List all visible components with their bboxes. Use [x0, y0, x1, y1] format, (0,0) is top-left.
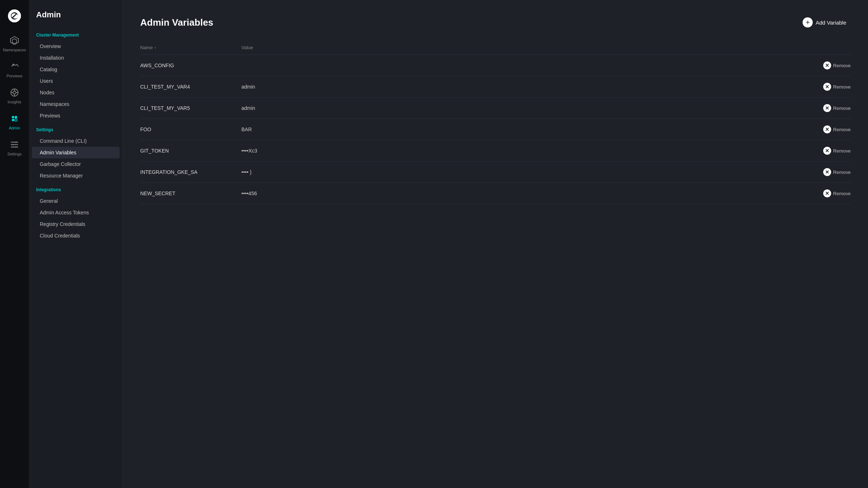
table-row: AWS_CONFIG ✕ Remove [140, 55, 851, 76]
remove-button[interactable]: ✕ Remove [823, 104, 851, 112]
add-variable-button[interactable]: + Add Variable [798, 14, 851, 30]
table-row: FOO BAR ✕ Remove [140, 119, 851, 140]
namespaces-icon [9, 35, 20, 46]
admin-icon [9, 113, 20, 124]
remove-button[interactable]: ✕ Remove [823, 189, 851, 197]
cell-name: AWS_CONFIG [140, 63, 241, 68]
nav-item-admin-access-tokens[interactable]: Admin Access Tokens [29, 207, 123, 218]
svg-point-12 [12, 119, 14, 121]
table-row: GIT_TOKEN ••••Xc3 ✕ Remove [140, 140, 851, 162]
table-body: AWS_CONFIG ✕ Remove CLI_TEST_MY_VAR4 adm… [140, 55, 851, 204]
cell-value: admin [241, 105, 793, 111]
cell-actions: ✕ Remove [793, 147, 851, 155]
col-header-actions [793, 45, 851, 50]
table-row: INTEGRATION_GKE_SA •••• } ✕ Remove [140, 162, 851, 183]
remove-icon: ✕ [823, 61, 831, 69]
nav-item-admin-variables[interactable]: Admin Variables [32, 147, 120, 158]
remove-label: Remove [833, 84, 851, 90]
remove-label: Remove [833, 106, 851, 111]
remove-label: Remove [833, 63, 851, 68]
cell-actions: ✕ Remove [793, 125, 851, 133]
cell-name: NEW_SECRET [140, 191, 241, 196]
remove-button[interactable]: ✕ Remove [823, 125, 851, 133]
cell-actions: ✕ Remove [793, 168, 851, 176]
cell-name: FOO [140, 127, 241, 132]
remove-button[interactable]: ✕ Remove [823, 168, 851, 176]
svg-point-11 [15, 116, 17, 119]
sidebar-item-namespaces-label: Namespaces [3, 48, 26, 52]
svg-point-19 [12, 146, 14, 148]
nav-item-cli[interactable]: Command Line (CLI) [29, 135, 123, 147]
svg-point-18 [15, 144, 17, 145]
add-variable-label: Add Variable [816, 20, 846, 26]
cell-name: INTEGRATION_GKE_SA [140, 169, 241, 175]
cell-actions: ✕ Remove [793, 189, 851, 197]
table-header: Name ↑ Value [140, 42, 851, 55]
nav-item-garbage-collector[interactable]: Garbage Collector [29, 158, 123, 170]
icon-sidebar: Namespaces Previews Insights [0, 0, 29, 488]
nav-item-registry-credentials[interactable]: Registry Credentials [29, 218, 123, 230]
remove-icon: ✕ [823, 104, 831, 112]
sidebar-item-previews-label: Previews [7, 74, 23, 78]
svg-point-10 [12, 116, 14, 119]
sidebar-item-admin[interactable]: Admin [0, 108, 29, 134]
svg-point-5 [13, 91, 16, 94]
previews-icon [9, 61, 20, 72]
svg-point-13 [15, 119, 17, 121]
main-content: Admin Variables + Add Variable Name ↑ Va… [123, 0, 868, 488]
col-header-name: Name ↑ [140, 45, 241, 50]
nav-item-users[interactable]: Users [29, 75, 123, 87]
remove-label: Remove [833, 148, 851, 154]
cell-name: CLI_TEST_MY_VAR5 [140, 105, 241, 111]
nav-title: Admin [29, 7, 123, 27]
nav-item-overview[interactable]: Overview [29, 40, 123, 52]
sidebar-item-settings-label: Settings [7, 152, 22, 156]
sidebar-item-namespaces[interactable]: Namespaces [0, 30, 29, 56]
remove-label: Remove [833, 127, 851, 132]
nav-item-cloud-credentials[interactable]: Cloud Credentials [29, 230, 123, 241]
nav-item-resource-manager[interactable]: Resource Manager [29, 170, 123, 181]
insights-icon [9, 87, 20, 98]
sidebar-item-insights-label: Insights [8, 100, 21, 104]
variables-table: Name ↑ Value AWS_CONFIG ✕ Remove CLI_TES… [140, 42, 851, 204]
cell-actions: ✕ Remove [793, 61, 851, 69]
cell-name: GIT_TOKEN [140, 148, 241, 154]
remove-icon: ✕ [823, 83, 831, 91]
svg-marker-1 [10, 37, 18, 44]
sort-icon: ↑ [154, 46, 156, 50]
sidebar-item-previews[interactable]: Previews [0, 56, 29, 82]
remove-button[interactable]: ✕ Remove [823, 147, 851, 155]
nav-sidebar: Admin Cluster Management Overview Instal… [29, 0, 123, 488]
cell-value: •••• } [241, 169, 793, 175]
cell-value: ••••Xc3 [241, 148, 793, 154]
sidebar-item-settings[interactable]: Settings [0, 134, 29, 160]
remove-label: Remove [833, 170, 851, 175]
nav-section-settings: Settings [29, 121, 123, 135]
table-row: CLI_TEST_MY_VAR4 admin ✕ Remove [140, 76, 851, 98]
svg-marker-2 [12, 39, 17, 44]
cell-value: BAR [241, 127, 793, 132]
col-header-value: Value [241, 45, 793, 50]
remove-label: Remove [833, 191, 851, 196]
remove-icon: ✕ [823, 125, 831, 133]
nav-section-integrations: Integrations [29, 181, 123, 195]
table-row: CLI_TEST_MY_VAR5 admin ✕ Remove [140, 98, 851, 119]
remove-button[interactable]: ✕ Remove [823, 61, 851, 69]
remove-button[interactable]: ✕ Remove [823, 83, 851, 91]
nav-item-namespaces[interactable]: Namespaces [29, 98, 123, 110]
remove-icon: ✕ [823, 147, 831, 155]
sidebar-item-insights[interactable]: Insights [0, 82, 29, 108]
nav-item-general[interactable]: General [29, 195, 123, 207]
cell-name: CLI_TEST_MY_VAR4 [140, 84, 241, 90]
page-header: Admin Variables + Add Variable [140, 14, 851, 30]
nav-item-previews[interactable]: Previews [29, 110, 123, 121]
svg-rect-14 [11, 142, 18, 143]
svg-point-3 [13, 64, 14, 66]
svg-rect-16 [11, 147, 18, 148]
nav-item-catalog[interactable]: Catalog [29, 64, 123, 75]
nav-item-installation[interactable]: Installation [29, 52, 123, 64]
nav-item-nodes[interactable]: Nodes [29, 87, 123, 98]
cell-actions: ✕ Remove [793, 104, 851, 112]
sidebar-item-admin-label: Admin [9, 126, 20, 130]
app-logo[interactable] [0, 4, 29, 27]
